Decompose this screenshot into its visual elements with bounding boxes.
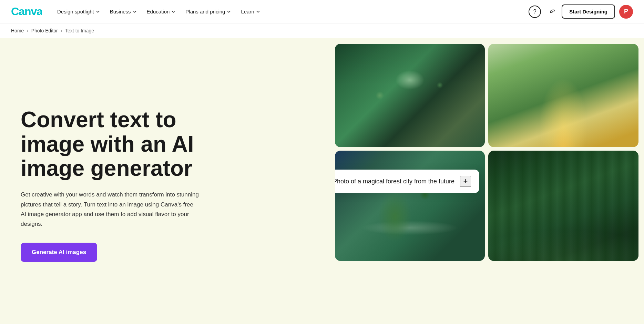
chevron-down-icon xyxy=(226,9,231,14)
chevron-down-icon xyxy=(171,9,176,14)
hero-image-3 xyxy=(335,151,485,261)
breadcrumb-sep-1: › xyxy=(27,28,28,34)
hero-section: Convert text to image with an AI image g… xyxy=(0,38,644,324)
nav-plans-pricing[interactable]: Plans and pricing xyxy=(181,6,235,17)
canva-logo[interactable]: Canva xyxy=(11,5,42,19)
breadcrumb-sep-2: › xyxy=(61,28,62,34)
breadcrumb-home[interactable]: Home xyxy=(11,28,24,33)
hero-title: Convert text to image with an AI image g… xyxy=(21,108,221,180)
chevron-down-icon xyxy=(132,9,137,14)
nav-design-spotlight[interactable]: Design spotlight xyxy=(53,6,104,17)
hero-image-4 xyxy=(488,151,638,261)
hero-image-1 xyxy=(335,44,485,147)
nav-education[interactable]: Education xyxy=(143,6,180,17)
hero-image-2 xyxy=(488,44,638,147)
prompt-overlay: Photo of a magical forest city from the … xyxy=(335,170,479,193)
navbar: Canva Design spotlight Business Educatio… xyxy=(0,0,644,23)
settings-button[interactable] xyxy=(545,6,558,18)
gear-icon xyxy=(548,8,555,16)
breadcrumb: Home › Photo Editor › Text to Image xyxy=(0,23,644,38)
prompt-text: Photo of a magical forest city from the … xyxy=(335,178,454,185)
hero-description: Get creative with your words and watch t… xyxy=(21,190,200,229)
nav-learn[interactable]: Learn xyxy=(237,6,264,17)
breadcrumb-photo-editor[interactable]: Photo Editor xyxy=(31,28,58,33)
user-avatar-button[interactable]: P xyxy=(619,5,633,19)
breadcrumb-current: Text to Image xyxy=(65,28,94,33)
hero-left: Convert text to image with an AI image g… xyxy=(0,38,335,324)
hero-right: Photo of a magical forest city from the … xyxy=(335,38,644,324)
chevron-down-icon xyxy=(256,9,260,14)
chevron-down-icon xyxy=(95,9,100,14)
prompt-plus-button[interactable]: + xyxy=(460,176,471,187)
nav-business[interactable]: Business xyxy=(106,6,141,17)
generate-ai-images-button[interactable]: Generate AI images xyxy=(21,243,97,262)
start-designing-button[interactable]: Start Designing xyxy=(562,4,615,19)
svg-text:Canva: Canva xyxy=(11,5,42,17)
help-button[interactable]: ? xyxy=(529,6,541,18)
nav-links: Design spotlight Business Education Plan… xyxy=(53,6,529,17)
nav-right: ? Start Designing P xyxy=(529,4,633,19)
